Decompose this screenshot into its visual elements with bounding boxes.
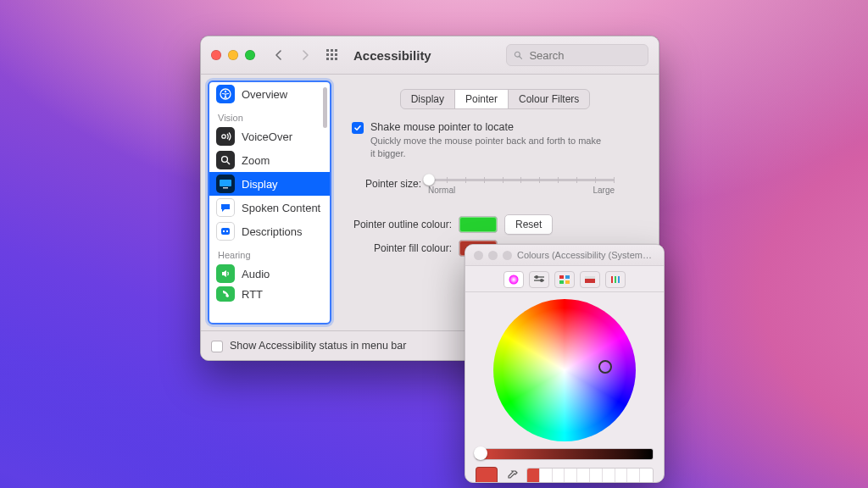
swatch-cell[interactable] (527, 469, 540, 483)
sidebar-item-spoken-content[interactable]: Spoken Content (209, 196, 330, 219)
svg-rect-8 (335, 58, 337, 60)
svg-rect-20 (226, 230, 228, 232)
swatch-cell[interactable] (590, 469, 603, 483)
slider-min-label: Normal (428, 186, 455, 195)
swatch-cell[interactable] (603, 469, 615, 483)
svg-rect-18 (221, 228, 230, 235)
minimise-button[interactable] (228, 50, 238, 60)
svg-line-10 (520, 57, 522, 59)
tab-label: Pointer (465, 93, 498, 105)
svg-rect-5 (335, 53, 337, 56)
sidebar-item-descriptions[interactable]: Descriptions (209, 219, 330, 243)
brightness-slider[interactable] (476, 448, 654, 460)
svg-rect-2 (335, 49, 337, 52)
slider-thumb[interactable] (423, 174, 435, 186)
shake-to-locate-checkbox[interactable] (352, 122, 364, 134)
tab-bar: Display Pointer Colour Filters (400, 89, 591, 109)
tab-colour-filters[interactable]: Colour Filters (509, 90, 589, 108)
sliders-icon (533, 274, 545, 285)
swatch-cell[interactable] (615, 469, 628, 483)
sidebar-item-label: RTT (242, 288, 263, 301)
svg-rect-4 (331, 53, 333, 56)
svg-rect-6 (326, 58, 329, 60)
cp-close-button[interactable] (474, 251, 483, 260)
colour-swatch-row[interactable] (526, 468, 654, 483)
spectrum-icon (584, 274, 596, 285)
tab-pointer[interactable]: Pointer (455, 90, 509, 108)
svg-rect-16 (220, 180, 231, 186)
svg-rect-31 (585, 276, 595, 279)
swatch-cell[interactable] (540, 469, 553, 483)
svg-rect-19 (223, 230, 225, 232)
reset-button[interactable]: Reset (504, 214, 553, 235)
cp-minimise-button[interactable] (488, 251, 498, 260)
swatch-cell[interactable] (565, 469, 577, 483)
check-icon (353, 124, 362, 132)
fill-colour-label: Pointer fill colour: (352, 242, 452, 254)
colour-picker-title: Colours (Accessibility (System… (517, 250, 652, 260)
back-button[interactable] (269, 47, 287, 64)
tab-label: Colour Filters (519, 93, 579, 105)
sidebar-item-label: Descriptions (242, 225, 303, 238)
cp-tab-wheel[interactable] (504, 271, 524, 288)
wheel-icon (508, 274, 520, 286)
svg-point-14 (222, 157, 228, 163)
zoom-button[interactable] (245, 50, 255, 60)
current-colour-swatch[interactable] (476, 467, 498, 483)
window-controls (211, 50, 255, 60)
outline-colour-swatch[interactable] (459, 216, 498, 233)
svg-rect-29 (565, 280, 570, 284)
swatch-cell[interactable] (627, 469, 640, 483)
sidebar-item-label: VoiceOver (242, 130, 292, 143)
sidebar-group-vision: Vision (209, 106, 330, 125)
pointer-size-slider[interactable]: Normal Large (428, 172, 615, 196)
sidebar-item-audio[interactable]: Audio (209, 262, 330, 286)
sidebar-item-overview[interactable]: Overview (209, 82, 330, 106)
forward-button[interactable] (296, 47, 314, 64)
search-field[interactable] (506, 44, 648, 66)
eyedropper-button[interactable] (504, 469, 520, 483)
svg-rect-0 (326, 49, 329, 52)
status-menubar-checkbox[interactable] (211, 341, 223, 352)
search-input[interactable] (527, 48, 641, 63)
categories-sidebar[interactable]: Overview Vision VoiceOver Zoom (208, 80, 331, 324)
cp-tab-sliders[interactable] (529, 271, 549, 288)
voiceover-icon (216, 127, 235, 146)
window-toolbar: Accessibility (201, 36, 659, 75)
svg-point-9 (515, 52, 520, 57)
svg-rect-33 (615, 276, 616, 283)
svg-rect-26 (559, 275, 564, 279)
sidebar-item-label: Spoken Content (242, 202, 320, 214)
svg-point-24 (535, 275, 538, 279)
tab-display[interactable]: Display (401, 90, 455, 108)
svg-point-12 (225, 91, 226, 92)
show-all-button[interactable] (323, 47, 342, 64)
pointer-size-label: Pointer size: (352, 178, 421, 190)
swatch-cell[interactable] (553, 469, 565, 483)
sidebar-item-voiceover[interactable]: VoiceOver (209, 125, 330, 148)
colour-picker-window: Colours (Accessibility (System… (465, 244, 665, 483)
swatch-cell[interactable] (577, 469, 590, 483)
svg-rect-3 (326, 53, 329, 56)
close-button[interactable] (211, 50, 221, 60)
sidebar-item-rtt[interactable]: RTT (209, 286, 330, 302)
colour-picker-tabs (465, 266, 664, 292)
brightness-thumb[interactable] (474, 446, 487, 460)
colour-wheel[interactable] (493, 299, 636, 441)
slider-max-label: Large (593, 186, 615, 195)
svg-rect-17 (223, 187, 228, 189)
sidebar-group-hearing: Hearing (209, 243, 330, 262)
sidebar-item-display[interactable]: Display (209, 172, 330, 196)
cp-zoom-button[interactable] (503, 251, 512, 260)
zoom-icon (216, 151, 235, 169)
swatch-cell[interactable] (640, 469, 653, 483)
colour-wheel-cursor[interactable] (598, 360, 612, 374)
audio-icon (216, 264, 235, 283)
cp-tab-palettes[interactable] (554, 271, 575, 288)
accessibility-icon (216, 85, 235, 103)
tab-label: Display (411, 93, 444, 105)
cp-tab-crayons[interactable] (605, 271, 626, 288)
cp-tab-image[interactable] (580, 271, 600, 288)
sidebar-item-zoom[interactable]: Zoom (209, 148, 330, 172)
svg-line-15 (227, 162, 230, 164)
